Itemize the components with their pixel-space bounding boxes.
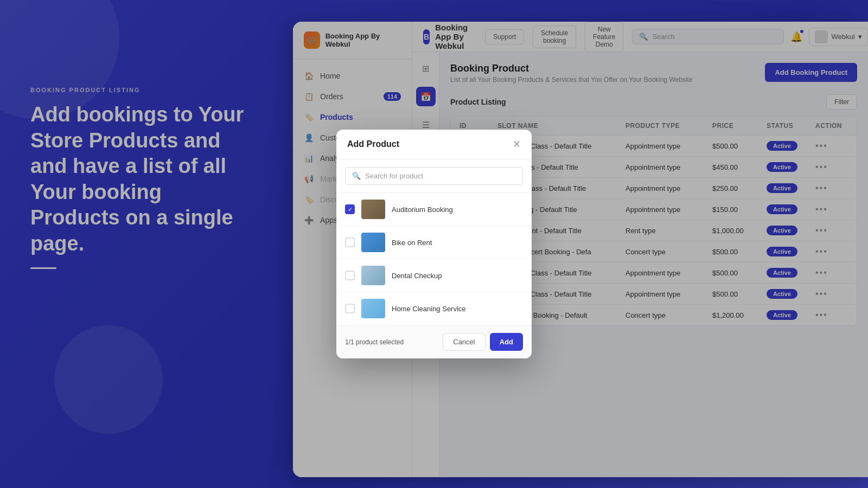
modal-search-input[interactable]: 🔍 Search for product xyxy=(345,167,523,185)
modal-product-item[interactable]: Dental Checkup xyxy=(336,259,532,292)
product-name: Bike on Rent xyxy=(392,239,432,247)
modal-product-item[interactable]: Bike on Rent xyxy=(336,226,532,259)
product-checkbox[interactable] xyxy=(345,304,355,313)
selected-count: 1/1 product selected xyxy=(345,338,404,346)
footer-actions: Cancel Add xyxy=(443,333,523,351)
product-thumbnail xyxy=(361,266,385,285)
modal-close-button[interactable]: ✕ xyxy=(513,139,521,149)
add-product-modal: Add Product ✕ 🔍 Search for product ✓ Aud… xyxy=(336,130,532,358)
product-name: Dental Checkup xyxy=(392,272,442,280)
add-button[interactable]: Add xyxy=(490,333,523,351)
product-checkbox[interactable] xyxy=(345,271,355,280)
modal-overlay: Add Product ✕ 🔍 Search for product ✓ Aud… xyxy=(0,0,868,488)
modal-product-list: ✓ Auditorium Booking Bike on Rent Dental… xyxy=(336,193,532,325)
modal-product-item[interactable]: Home Cleaning Service xyxy=(336,292,532,325)
product-checkbox[interactable]: ✓ xyxy=(345,204,355,214)
product-thumbnail xyxy=(361,233,385,252)
product-thumbnail xyxy=(361,299,385,318)
modal-title: Add Product xyxy=(347,139,399,149)
modal-footer: 1/1 product selected Cancel Add xyxy=(336,325,532,358)
product-thumbnail xyxy=(361,200,385,219)
search-icon: 🔍 xyxy=(352,172,361,180)
modal-search-area: 🔍 Search for product xyxy=(336,159,532,193)
product-checkbox[interactable] xyxy=(345,237,355,247)
modal-header: Add Product ✕ xyxy=(336,130,532,159)
product-name: Auditorium Booking xyxy=(392,206,453,214)
modal-search-placeholder: Search for product xyxy=(365,172,423,180)
cancel-button[interactable]: Cancel xyxy=(443,333,485,351)
product-name: Home Cleaning Service xyxy=(392,305,466,313)
modal-product-item[interactable]: ✓ Auditorium Booking xyxy=(336,193,532,226)
